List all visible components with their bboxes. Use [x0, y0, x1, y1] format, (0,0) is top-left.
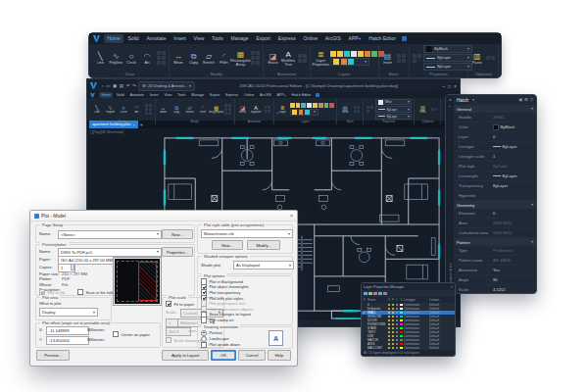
small-tool-icon[interactable]: [491, 56, 495, 60]
property-row-linetype[interactable]: LinetypeByLayer: [454, 142, 536, 152]
small-tool-icon[interactable]: [162, 51, 166, 55]
small-tool-icon[interactable]: [162, 61, 166, 65]
layer-state-icon[interactable]: [358, 51, 364, 57]
property-value[interactable]: 0: [493, 211, 536, 216]
property-value[interactable]: AR-SAND: [493, 258, 536, 263]
property-tool-icon[interactable]: [413, 59, 416, 63]
property-row-layer[interactable]: Layer0: [454, 132, 536, 142]
new-group-icon[interactable]: [368, 292, 372, 296]
ribbon-options-icon[interactable]: [402, 36, 407, 41]
cancel-button[interactable]: Cancel: [238, 350, 266, 361]
style-modify-button[interactable]: Modify...: [247, 240, 280, 250]
layer-state-icon[interactable]: [344, 51, 350, 57]
tool-rectangular-array[interactable]: Rectangular Array: [211, 105, 222, 114]
ribbon-tab-annotate[interactable]: Annotate: [143, 34, 170, 43]
section-header-geometry[interactable]: Geometry: [454, 201, 536, 209]
property-tool-icon[interactable]: [370, 106, 373, 109]
pickadd-toggle-icon[interactable]: ◉: [519, 95, 523, 105]
small-tool-icon[interactable]: [157, 56, 161, 60]
layer-dropdown[interactable]: [330, 58, 369, 66]
tool-erase[interactable]: Erase: [266, 52, 279, 65]
layer-state-icon[interactable]: [313, 103, 318, 108]
linetype-dropdown[interactable]: ByLayer: [375, 106, 412, 112]
tool-insert[interactable]: Insert: [381, 52, 395, 65]
small-tool-icon[interactable]: [145, 108, 148, 111]
small-tool-icon[interactable]: [268, 110, 270, 113]
property-value[interactable]: ByColor: [493, 164, 536, 169]
style-new-button[interactable]: New...: [212, 240, 243, 250]
property-value[interactable]: 9168.8654: [493, 220, 536, 225]
small-tool-icon[interactable]: [251, 51, 255, 55]
small-tool-icon[interactable]: [298, 54, 302, 58]
layer-state-icon[interactable]: [324, 103, 329, 108]
chevron-down-icon[interactable]: [472, 99, 474, 101]
small-tool-icon[interactable]: [157, 61, 161, 65]
property-value[interactable]: Predefined: [493, 248, 536, 253]
plot-icon[interactable]: [120, 79, 123, 92]
tool-rectangular-array[interactable]: Rectangular Array: [232, 50, 249, 67]
property-value[interactable]: 90: [493, 277, 536, 282]
minimize-button[interactable]: –: [442, 83, 445, 89]
new-icon[interactable]: [102, 79, 104, 92]
linetype-dropdown[interactable]: ByLayer: [423, 54, 472, 62]
property-row-elevation[interactable]: Elevation0: [454, 209, 536, 219]
tool-stretch[interactable]: Stretch: [184, 105, 196, 114]
collapse-arrow-icon[interactable]: ◂: [449, 97, 451, 102]
ribbon-tab-export[interactable]: Export: [253, 34, 273, 43]
tool-polyline[interactable]: Polyline: [105, 105, 117, 114]
help-button[interactable]: Help: [268, 350, 291, 361]
ribbon-tab-home[interactable]: Home: [104, 34, 123, 43]
object-color-dropdown[interactable]: ByBlock: [423, 45, 472, 53]
tool-circle[interactable]: Circle: [124, 52, 139, 65]
property-tool-icon[interactable]: [417, 54, 421, 58]
section-header-pattern[interactable]: Pattern: [454, 238, 536, 246]
property-value[interactable]: 3994C: [493, 115, 536, 120]
apply-to-layout-button[interactable]: Apply to Layout: [162, 350, 209, 361]
tool-multiline-text[interactable]: Multiline Text: [250, 105, 262, 114]
small-tool-icon[interactable]: [162, 56, 166, 60]
tool-layer-properties[interactable]: Layer Properties: [313, 50, 329, 67]
section-header-general[interactable]: General: [454, 105, 536, 113]
ribbon-tab-arcgis[interactable]: ArcGIS: [321, 34, 344, 43]
property-row-plot-style[interactable]: Plot styleByColor: [454, 162, 536, 172]
lineweight-dropdown[interactable]: ByLayer: [423, 63, 472, 71]
tool-multiline-text[interactable]: Multiline Text: [281, 50, 295, 67]
small-tool-icon[interactable]: [397, 59, 401, 63]
new-layer-icon[interactable]: [364, 292, 368, 296]
layer-dropdown[interactable]: [290, 109, 318, 115]
ribbon-options-icon[interactable]: [316, 93, 319, 97]
tool-arc[interactable]: Arc: [131, 105, 143, 114]
property-row-hyperlink[interactable]: Hyperlink: [454, 191, 536, 201]
tool-polyline[interactable]: Polyline: [109, 52, 123, 65]
small-tool-icon[interactable]: [251, 56, 255, 60]
tool-stretch[interactable]: Stretch: [202, 52, 216, 65]
page-setup-new-button[interactable]: New...: [162, 229, 193, 239]
layer-states-icon[interactable]: [383, 292, 387, 296]
small-tool-icon[interactable]: [256, 61, 260, 65]
ribbon-tab-app[interactable]: APP+: [345, 34, 365, 43]
column-header-linetype[interactable]: Linetype: [404, 298, 429, 302]
small-tool-icon[interactable]: [265, 106, 268, 109]
small-tool-icon[interactable]: [486, 56, 490, 60]
property-tool-icon[interactable]: [413, 54, 416, 58]
property-tool-icon[interactable]: [367, 106, 369, 109]
small-tool-icon[interactable]: [303, 59, 307, 63]
property-value[interactable]: Yes: [493, 268, 536, 272]
tool-copy[interactable]: Copy: [171, 105, 182, 114]
page-setup-name-dropdown[interactable]: <None>: [58, 230, 162, 239]
tool-move[interactable]: Move: [158, 105, 170, 114]
property-value[interactable]: 0: [493, 134, 536, 139]
small-tool-icon[interactable]: [228, 112, 231, 115]
offset-y-input[interactable]: -13.650000: [46, 336, 89, 345]
tool-fillet[interactable]: Fillet: [197, 105, 209, 114]
layer-state-icon[interactable]: [318, 103, 323, 108]
shade-plot-dropdown[interactable]: As Displayed: [233, 261, 294, 270]
small-tool-icon[interactable]: [402, 59, 406, 63]
ribbon-tab-tools[interactable]: Tools: [209, 34, 226, 43]
small-tool-icon[interactable]: [268, 106, 270, 109]
small-tool-icon[interactable]: [149, 108, 152, 111]
tool-insert[interactable]: Insert: [339, 105, 351, 114]
small-tool-icon[interactable]: [224, 112, 227, 115]
close-icon[interactable]: ×: [290, 213, 293, 219]
small-tool-icon[interactable]: [145, 112, 148, 115]
